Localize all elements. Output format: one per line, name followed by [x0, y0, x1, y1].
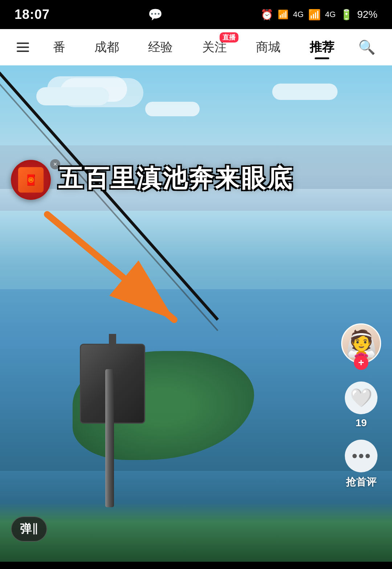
hongbao-widget[interactable]: 🧧	[11, 160, 51, 200]
signal-icon: 📶	[278, 9, 289, 20]
first-comment-label: 抢首评	[346, 475, 376, 489]
signal-4g-2: 4G	[325, 10, 336, 19]
cable-pole	[105, 369, 114, 507]
avatar-container: +	[341, 323, 381, 363]
battery-percent: 92%	[357, 9, 377, 20]
danmu-button[interactable]: 弹∥	[11, 516, 47, 542]
nav-item-tuijian[interactable]: 推荐	[305, 35, 339, 59]
nav-item-guanzhu[interactable]: 关注 直播	[197, 35, 232, 59]
status-time: 18:07	[15, 7, 50, 22]
wechat-icon: 💬	[148, 8, 163, 21]
status-bar: 18:07 💬 ⏰ 📶 4G 📶 4G 🔋 92%	[0, 0, 392, 29]
alarm-icon: ⏰	[261, 9, 273, 21]
signal-bars-icon: 📶	[308, 9, 321, 21]
comment-icon	[345, 440, 377, 472]
status-right: ⏰ 📶 4G 📶 4G 🔋 92%	[261, 9, 377, 21]
search-icon[interactable]: 🔍	[358, 39, 375, 55]
video-container[interactable]: 🧧 × 五百里滇池奔来眼底 + 🤍 19	[0, 65, 392, 562]
battery-icon: 🔋	[340, 9, 353, 21]
comment-button[interactable]: 抢首评	[345, 440, 377, 489]
menu-icon[interactable]	[17, 43, 29, 52]
signal-4g-1: 4G	[293, 10, 303, 19]
cloud-3	[272, 84, 338, 100]
live-badge: 直播	[220, 32, 238, 43]
nav-item-chengdu[interactable]: 成都	[89, 35, 124, 59]
hongbao-icon: 🧧	[18, 167, 44, 193]
right-action-bar: + 🤍 19 抢首评	[341, 323, 381, 489]
nav-bar: 番 成都 经验 关注 直播 商城 推荐 🔍	[0, 29, 392, 65]
follow-button[interactable]: +	[354, 355, 368, 370]
nav-item-jingyan[interactable]: 经验	[143, 35, 178, 59]
like-button[interactable]: 🤍 19	[345, 382, 377, 429]
nav-item-fan[interactable]: 番	[48, 35, 70, 59]
video-title: 五百里滇池奔来眼底	[58, 164, 356, 193]
like-count: 19	[355, 417, 367, 429]
like-icon: 🤍	[345, 382, 377, 414]
bottom-bar: 弹∥	[0, 504, 392, 562]
cloud-1	[36, 87, 109, 105]
nav-item-shangcheng[interactable]: 商城	[251, 35, 286, 59]
cloud-2	[145, 102, 200, 116]
